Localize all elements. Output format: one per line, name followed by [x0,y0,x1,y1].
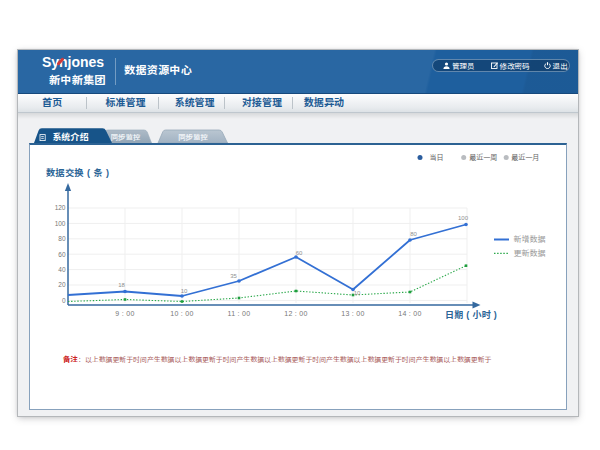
svg-text:11 : 00: 11 : 00 [228,310,251,317]
svg-text:80: 80 [410,231,417,237]
svg-text:18: 18 [118,282,125,288]
svg-text:13 : 00: 13 : 00 [341,310,365,317]
svg-text:当日: 当日 [430,154,444,161]
svg-text:100: 100 [458,215,469,221]
svg-text:40: 40 [58,266,66,273]
svg-text:10 : 00: 10 : 00 [170,310,194,317]
svg-text:60: 60 [58,251,66,258]
svg-text:同步监控: 同步监控 [111,133,141,142]
svg-text:最近一月: 最近一月 [511,153,539,162]
svg-text:更新数据: 更新数据 [514,249,546,258]
svg-text:10: 10 [181,288,188,294]
svg-text:60: 60 [296,250,303,256]
svg-text:0: 0 [62,297,66,304]
svg-text:35: 35 [230,273,237,279]
svg-text:日期 ( 小时 ): 日期 ( 小时 ) [445,310,497,320]
svg-text:系统介绍: 系统介绍 [52,132,88,142]
svg-text:9 : 00: 9 : 00 [115,310,134,317]
svg-text:数据交换 ( 条 ): 数据交换 ( 条 ) [46,168,110,178]
svg-text:12 : 00: 12 : 00 [284,310,308,317]
svg-text:新增数据: 新增数据 [514,234,546,244]
svg-text:最近一周: 最近一周 [469,153,497,162]
svg-text:20: 20 [58,281,66,288]
svg-text:100: 100 [55,220,66,227]
svg-text:10: 10 [354,290,361,296]
svg-text:同步监控: 同步监控 [178,133,208,142]
svg-text:14 : 00: 14 : 00 [398,310,422,317]
svg-text:80: 80 [58,235,66,242]
svg-text:120: 120 [55,204,66,211]
